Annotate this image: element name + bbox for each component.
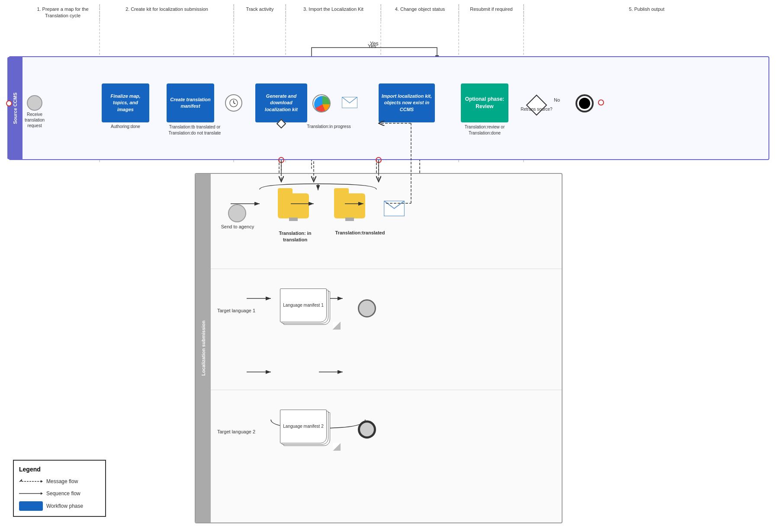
end-circle-inner [579, 98, 590, 109]
yes-arrow-label: Yes [368, 43, 376, 49]
folder-1 [278, 193, 309, 221]
loc-submission-box: Localization submission Send to agency [195, 173, 563, 523]
folder-2 [334, 193, 365, 221]
authoring-done-label: Authoring:done [104, 124, 147, 129]
finalize-map-label: Finalize map, topics, and images [104, 93, 147, 113]
retrans-label: Retrans source? [517, 106, 556, 112]
loc-middle-section: Target language 1 Language manifest 1 [211, 269, 562, 390]
in-progress-label: Translation:in progress [303, 124, 355, 129]
phase-header-7: 5. Publish output [524, 4, 769, 21]
loc-bottom-section: Target language 2 Language manifest 2 [211, 390, 562, 511]
start-circle [27, 95, 42, 111]
envelope-loc [384, 201, 405, 216]
envelope-in-swimlane [342, 97, 357, 108]
send-agency-label: Send to agency [220, 224, 255, 230]
in-translation-label: Translation: in translation [267, 230, 323, 244]
tb-translated-label: Translation:tb translated or Translation… [164, 124, 225, 136]
svg-marker-79 [41, 492, 43, 495]
svg-marker-77 [41, 480, 43, 483]
lang-manifest-1-label: Language manifest 1 [283, 302, 323, 308]
review-done-label: Translation:review or Translation:done [459, 124, 511, 136]
legend-message-flow-row: Message flow [19, 477, 100, 486]
translated-label: Translation:translated [332, 230, 388, 235]
loc-top-section: Send to agency [211, 174, 562, 269]
pie-chart-icon [312, 94, 331, 112]
legend-workflow-phase-row: Workflow phase [19, 501, 100, 511]
no-label: No [554, 97, 560, 103]
end-circle-outer [575, 94, 594, 112]
target-lang-1-label: Target language 1 [217, 308, 255, 313]
target-lang-2-label: Target language 2 [217, 429, 255, 434]
phase-header-3: Track activity [234, 4, 286, 21]
legend-message-flow-label: Message flow [46, 478, 78, 484]
send-agency-circle [228, 204, 246, 222]
phase-header-4: 3. Import the Localization Kit [286, 4, 381, 21]
start-red-circle [6, 100, 12, 106]
svg-marker-53 [527, 95, 547, 115]
phase-headers: 1. Prepare a map for the Translation cyc… [26, 4, 769, 21]
bracket-label [271, 183, 475, 192]
legend-sequence-flow-row: Sequence flow [19, 489, 100, 498]
finalize-map-node[interactable]: Finalize map, topics, and images [102, 83, 149, 122]
phase-header-5: 4. Change object status [381, 4, 459, 21]
phase-header-1: 1. Prepare a map for the Translation cyc… [26, 4, 100, 21]
create-manifest-node[interactable]: Create translation manifest [167, 83, 214, 122]
phase-header-6: Resubmit if required [459, 4, 524, 21]
receive-request-label: Receive translation request [22, 112, 48, 128]
lang2-end-circle [358, 420, 376, 439]
optional-review-node[interactable]: Optional phase: Review [461, 83, 508, 122]
optional-review-label: Optional phase: Review [463, 96, 506, 110]
generate-kit-label: Generate and download localization kit [258, 93, 305, 113]
svg-line-50 [234, 103, 235, 104]
lang-manifest-2: Language manifest 2 [280, 410, 341, 451]
generate-kit-node[interactable]: Generate and download localization kit [255, 83, 307, 122]
lang1-end-circle [358, 299, 376, 317]
legend-sequence-flow-label: Sequence flow [46, 490, 80, 497]
loc-inner: Send to agency [211, 174, 562, 522]
end-red-circle [598, 99, 604, 106]
legend-title: Legend [19, 466, 100, 473]
clock-icon-1 [225, 94, 242, 112]
svg-marker-75 [20, 480, 22, 481]
legend-workflow-swatch [19, 501, 43, 511]
lang-manifest-2-label: Language manifest 2 [283, 423, 323, 429]
diagram-container: Yes [0, 0, 778, 532]
swim-lane-label: Source CCMS [13, 93, 18, 124]
import-kit-node[interactable]: Import localization kit, objects now exi… [379, 83, 435, 122]
lang-manifest-1: Language manifest 1 [280, 288, 341, 330]
legend-workflow-phase-label: Workflow phase [46, 503, 83, 509]
phase-header-2: 2. Create kit for localization submissio… [100, 4, 234, 21]
retrans-diamond: Retrans source? [526, 94, 547, 116]
legend-box: Legend Message flow Sequence flow [13, 460, 106, 517]
loc-submission-label: Localization submission [201, 320, 206, 376]
import-kit-label: Import localization kit, objects now exi… [381, 93, 432, 113]
create-manifest-label: Create translation manifest [169, 96, 212, 110]
